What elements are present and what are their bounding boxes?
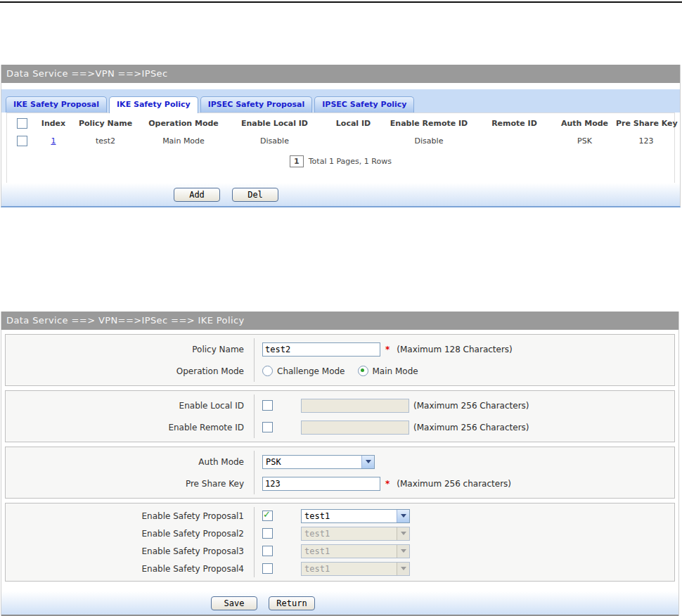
form-actions-band: Save Return (1, 591, 678, 615)
proposal3-checkbox[interactable]: ✓ (262, 546, 273, 556)
proposal2-select: test1 (301, 527, 410, 541)
cell-local-id (323, 132, 384, 150)
tab-ipsec-safety-proposal[interactable]: IPSEC Safety Proposal (200, 96, 313, 113)
chevron-down-icon (397, 510, 409, 522)
col-auth-mode: Auth Mode (555, 113, 615, 132)
ipsec-list-panel: Data Service ==>VPN ==>IPSec IKE Safety … (1, 65, 681, 207)
pre-share-key-note: (Maximum 256 characters) (397, 479, 511, 489)
form-area: Policy Name Operation Mode * (Maximum 12… (1, 330, 678, 582)
section-ids: Enable Local ID Enable Remote ID ✓ (Maxi… (5, 390, 675, 442)
proposal4-checkbox[interactable]: ✓ (262, 563, 273, 574)
list-actions-band: Add Del (1, 183, 680, 206)
cell-enable-local-id: Disable (226, 132, 323, 150)
col-operation-mode: Operation Mode (141, 113, 226, 132)
remote-id-note: (Maximum 256 Characters) (413, 423, 529, 432)
proposal4-label: Enable Safety Proposal4 (6, 560, 254, 577)
chevron-down-icon (397, 563, 409, 575)
pagination-summary: Total 1 Pages, 1 Rows (309, 157, 392, 166)
required-asterisk: * (385, 345, 390, 354)
enable-local-id-label: Enable Local ID (6, 394, 254, 416)
cell-remote-id (474, 132, 555, 150)
col-index: Index (37, 113, 70, 132)
col-remote-id: Remote ID (474, 113, 555, 132)
local-id-note: (Maximum 256 Characters) (413, 401, 529, 411)
auth-mode-select[interactable]: PSK (262, 455, 375, 469)
select-all-checkbox[interactable]: ✓ (17, 118, 27, 129)
auth-mode-label: Auth Mode (6, 451, 254, 473)
pre-share-key-label: Pre Share Key (6, 473, 254, 494)
return-button[interactable]: Return (269, 596, 315, 610)
proposal4-select: test1 (301, 562, 410, 576)
form-breadcrumb: Data Service ==> VPN==>IPSec ==> IKE Pol… (1, 312, 678, 330)
del-button[interactable]: Del (232, 188, 278, 202)
page-top-divider (0, 1, 682, 3)
breadcrumb: Data Service ==>VPN ==>IPSec (1, 65, 680, 83)
policy-table: ✓ Index Policy Name Operation Mode Enabl… (7, 113, 678, 150)
chevron-down-icon (361, 456, 374, 468)
operation-mode-label: Operation Mode (6, 360, 254, 382)
enable-remote-id-checkbox[interactable]: ✓ (262, 422, 273, 432)
save-button[interactable]: Save (211, 596, 257, 610)
ike-policy-form-panel: Data Service ==> VPN==>IPSec ==> IKE Pol… (1, 312, 679, 616)
chevron-down-icon (397, 545, 409, 558)
tab-ike-safety-policy[interactable]: IKE Safety Policy (109, 96, 198, 113)
pagination: 1Total 1 Pages, 1 Rows (7, 150, 674, 174)
local-id-input (301, 399, 409, 413)
page-number-button[interactable]: 1 (290, 155, 304, 167)
challenge-mode-label: Challenge Mode (277, 366, 345, 376)
enable-remote-id-label: Enable Remote ID (6, 416, 254, 438)
proposal2-checkbox[interactable]: ✓ (262, 528, 273, 539)
section-basic: Policy Name Operation Mode * (Maximum 12… (5, 334, 675, 386)
proposal1-checkbox[interactable]: ✓ (262, 511, 273, 521)
tab-ipsec-safety-policy[interactable]: IPSEC Safety Policy (314, 96, 414, 113)
row-checkbox[interactable]: ✓ (17, 136, 27, 146)
cell-operation-mode: Main Mode (141, 132, 226, 150)
col-enable-local-id: Enable Local ID (226, 113, 323, 132)
col-policy-name: Policy Name (70, 113, 141, 132)
proposal3-select: test1 (301, 544, 410, 558)
cell-policy-name: test2 (70, 132, 141, 150)
policy-name-note: (Maximum 128 Characters) (397, 345, 513, 354)
main-mode-label: Main Mode (373, 366, 418, 376)
main-mode-radio[interactable] (358, 366, 368, 376)
spacer (1, 83, 680, 89)
add-button[interactable]: Add (174, 188, 220, 202)
pre-share-key-input[interactable] (262, 477, 380, 491)
proposal3-label: Enable Safety Proposal3 (6, 542, 254, 560)
proposal2-label: Enable Safety Proposal2 (6, 525, 254, 542)
chevron-down-icon (397, 527, 409, 540)
remote-id-input (301, 421, 409, 435)
challenge-mode-radio[interactable] (262, 366, 273, 376)
col-local-id: Local ID (323, 113, 384, 132)
col-enable-remote-id: Enable Remote ID (384, 113, 474, 132)
proposal1-label: Enable Safety Proposal1 (6, 507, 254, 525)
table-header-row: ✓ Index Policy Name Operation Mode Enabl… (7, 113, 678, 132)
policy-table-container: ✓ Index Policy Name Operation Mode Enabl… (6, 113, 675, 183)
policy-name-input[interactable] (262, 342, 380, 357)
policy-name-label: Policy Name (6, 338, 254, 360)
row-index-link[interactable]: 1 (51, 136, 56, 146)
section-auth: Auth Mode Pre Share Key PSK * (Maximum 2… (5, 447, 675, 499)
col-pre-share-key: Pre Share Key (615, 113, 678, 132)
table-row: ✓ 1 test2 Main Mode Disable Disable PSK … (7, 132, 678, 150)
cell-enable-remote-id: Disable (384, 132, 474, 150)
required-asterisk: * (385, 479, 390, 489)
section-proposals: Enable Safety Proposal1 Enable Safety Pr… (5, 503, 675, 582)
cell-auth-mode: PSK (555, 132, 615, 150)
tab-bar: IKE Safety Proposal IKE Safety Policy IP… (1, 89, 680, 113)
cell-pre-share-key: 123 (615, 132, 678, 150)
tab-ike-safety-proposal[interactable]: IKE Safety Proposal (6, 96, 107, 113)
proposal1-select[interactable]: test1 (301, 509, 410, 523)
enable-local-id-checkbox[interactable]: ✓ (262, 400, 273, 411)
